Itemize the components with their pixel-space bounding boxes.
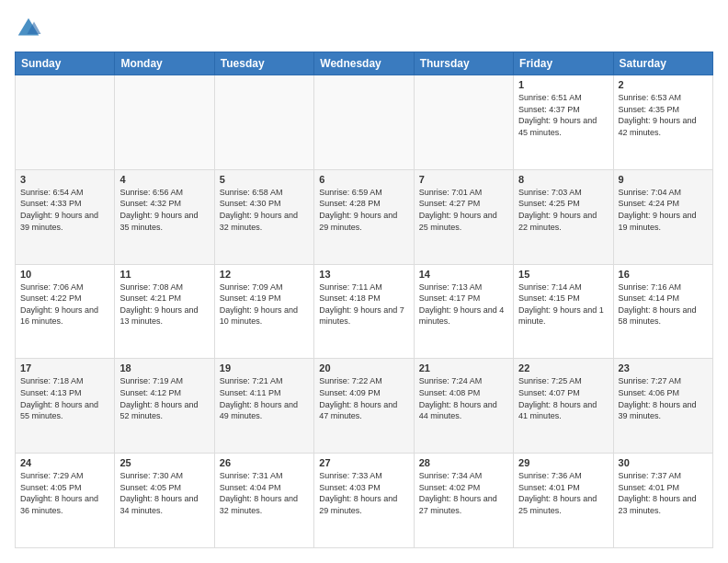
day-number: 16 (619, 269, 708, 280)
calendar-cell (314, 75, 414, 170)
calendar-cell: 2Sunrise: 6:53 AM Sunset: 4:35 PM Daylig… (613, 75, 712, 170)
day-number: 14 (419, 269, 508, 280)
calendar-cell: 25Sunrise: 7:30 AM Sunset: 4:05 PM Dayli… (115, 454, 214, 548)
calendar-cell: 20Sunrise: 7:22 AM Sunset: 4:09 PM Dayli… (314, 359, 414, 454)
day-number: 22 (518, 362, 608, 373)
calendar-cell: 11Sunrise: 7:08 AM Sunset: 4:21 PM Dayli… (115, 264, 214, 359)
day-number: 15 (518, 269, 608, 280)
calendar-cell: 1Sunrise: 6:51 AM Sunset: 4:37 PM Daylig… (514, 75, 613, 170)
logo-icon (15, 15, 42, 42)
day-info: Sunrise: 7:11 AM Sunset: 4:18 PM Dayligh… (319, 282, 408, 327)
day-number: 26 (220, 457, 309, 468)
calendar-week-row: 3Sunrise: 6:54 AM Sunset: 4:33 PM Daylig… (16, 169, 713, 264)
calendar-cell: 5Sunrise: 6:58 AM Sunset: 4:30 PM Daylig… (214, 169, 313, 264)
calendar-cell: 13Sunrise: 7:11 AM Sunset: 4:18 PM Dayli… (314, 264, 414, 359)
day-info: Sunrise: 6:53 AM Sunset: 4:35 PM Dayligh… (619, 92, 708, 138)
calendar-day-header: Sunday (16, 52, 115, 75)
calendar-cell: 17Sunrise: 7:18 AM Sunset: 4:13 PM Dayli… (16, 359, 115, 454)
day-number: 11 (119, 269, 209, 280)
calendar-cell: 8Sunrise: 7:03 AM Sunset: 4:25 PM Daylig… (514, 169, 613, 264)
calendar-week-row: 10Sunrise: 7:06 AM Sunset: 4:22 PM Dayli… (16, 264, 713, 359)
day-number: 18 (119, 362, 209, 373)
day-number: 24 (20, 457, 109, 468)
day-info: Sunrise: 7:36 AM Sunset: 4:01 PM Dayligh… (518, 470, 608, 516)
calendar-cell: 21Sunrise: 7:24 AM Sunset: 4:08 PM Dayli… (414, 359, 513, 454)
day-number: 10 (20, 269, 109, 280)
day-number: 27 (319, 457, 408, 468)
calendar-day-header: Wednesday (314, 52, 414, 75)
day-number: 3 (20, 174, 109, 185)
day-info: Sunrise: 6:54 AM Sunset: 4:33 PM Dayligh… (20, 187, 109, 233)
calendar-cell: 24Sunrise: 7:29 AM Sunset: 4:05 PM Dayli… (16, 454, 115, 548)
day-info: Sunrise: 6:51 AM Sunset: 4:37 PM Dayligh… (518, 92, 608, 138)
day-number: 28 (419, 457, 508, 468)
day-info: Sunrise: 7:29 AM Sunset: 4:05 PM Dayligh… (20, 470, 109, 516)
calendar-table: SundayMondayTuesdayWednesdayThursdayFrid… (15, 52, 713, 548)
calendar-cell: 14Sunrise: 7:13 AM Sunset: 4:17 PM Dayli… (414, 264, 513, 359)
day-number: 23 (619, 362, 708, 373)
day-info: Sunrise: 7:06 AM Sunset: 4:22 PM Dayligh… (20, 282, 109, 327)
day-info: Sunrise: 7:03 AM Sunset: 4:25 PM Dayligh… (518, 187, 608, 233)
page: SundayMondayTuesdayWednesdayThursdayFrid… (0, 0, 728, 563)
day-number: 20 (319, 362, 408, 373)
day-info: Sunrise: 7:30 AM Sunset: 4:05 PM Dayligh… (119, 470, 209, 516)
calendar-cell: 15Sunrise: 7:14 AM Sunset: 4:15 PM Dayli… (514, 264, 613, 359)
calendar-cell: 7Sunrise: 7:01 AM Sunset: 4:27 PM Daylig… (414, 169, 513, 264)
day-number: 19 (220, 362, 309, 373)
calendar-cell: 30Sunrise: 7:37 AM Sunset: 4:01 PM Dayli… (613, 454, 712, 548)
calendar-cell: 6Sunrise: 6:59 AM Sunset: 4:28 PM Daylig… (314, 169, 414, 264)
calendar-week-row: 1Sunrise: 6:51 AM Sunset: 4:37 PM Daylig… (16, 75, 713, 170)
calendar-cell: 18Sunrise: 7:19 AM Sunset: 4:12 PM Dayli… (115, 359, 214, 454)
day-info: Sunrise: 7:13 AM Sunset: 4:17 PM Dayligh… (419, 282, 508, 327)
calendar-cell: 10Sunrise: 7:06 AM Sunset: 4:22 PM Dayli… (16, 264, 115, 359)
day-info: Sunrise: 7:25 AM Sunset: 4:07 PM Dayligh… (518, 375, 608, 421)
day-number: 1 (518, 79, 608, 90)
day-number: 4 (119, 174, 209, 185)
day-info: Sunrise: 7:18 AM Sunset: 4:13 PM Dayligh… (20, 375, 109, 421)
calendar-day-header: Monday (115, 52, 214, 75)
day-info: Sunrise: 7:31 AM Sunset: 4:04 PM Dayligh… (220, 470, 309, 516)
header (15, 15, 713, 42)
calendar-cell: 4Sunrise: 6:56 AM Sunset: 4:32 PM Daylig… (115, 169, 214, 264)
calendar-cell: 27Sunrise: 7:33 AM Sunset: 4:03 PM Dayli… (314, 454, 414, 548)
day-info: Sunrise: 7:22 AM Sunset: 4:09 PM Dayligh… (319, 375, 408, 421)
day-number: 6 (319, 174, 408, 185)
calendar-cell: 26Sunrise: 7:31 AM Sunset: 4:04 PM Dayli… (214, 454, 313, 548)
day-number: 12 (220, 269, 309, 280)
day-number: 30 (619, 457, 708, 468)
calendar-cell: 16Sunrise: 7:16 AM Sunset: 4:14 PM Dayli… (613, 264, 712, 359)
calendar-cell: 3Sunrise: 6:54 AM Sunset: 4:33 PM Daylig… (16, 169, 115, 264)
calendar-cell: 28Sunrise: 7:34 AM Sunset: 4:02 PM Dayli… (414, 454, 513, 548)
day-number: 7 (419, 174, 508, 185)
day-info: Sunrise: 7:09 AM Sunset: 4:19 PM Dayligh… (220, 282, 309, 327)
day-info: Sunrise: 7:19 AM Sunset: 4:12 PM Dayligh… (119, 375, 209, 421)
calendar-cell: 29Sunrise: 7:36 AM Sunset: 4:01 PM Dayli… (514, 454, 613, 548)
calendar-day-header: Saturday (613, 52, 712, 75)
day-info: Sunrise: 7:14 AM Sunset: 4:15 PM Dayligh… (518, 282, 608, 327)
calendar-cell (214, 75, 313, 170)
calendar-day-header: Tuesday (214, 52, 313, 75)
day-number: 9 (619, 174, 708, 185)
calendar-cell (115, 75, 214, 170)
day-info: Sunrise: 7:37 AM Sunset: 4:01 PM Dayligh… (619, 470, 708, 516)
day-info: Sunrise: 7:33 AM Sunset: 4:03 PM Dayligh… (319, 470, 408, 516)
day-number: 21 (419, 362, 508, 373)
day-number: 25 (119, 457, 209, 468)
day-info: Sunrise: 7:27 AM Sunset: 4:06 PM Dayligh… (619, 375, 708, 421)
day-info: Sunrise: 7:21 AM Sunset: 4:11 PM Dayligh… (220, 375, 309, 421)
calendar-cell: 23Sunrise: 7:27 AM Sunset: 4:06 PM Dayli… (613, 359, 712, 454)
calendar-day-header: Thursday (414, 52, 513, 75)
calendar-day-header: Friday (514, 52, 613, 75)
day-info: Sunrise: 7:04 AM Sunset: 4:24 PM Dayligh… (619, 187, 708, 233)
day-info: Sunrise: 7:24 AM Sunset: 4:08 PM Dayligh… (419, 375, 508, 421)
day-number: 8 (518, 174, 608, 185)
day-number: 29 (518, 457, 608, 468)
day-info: Sunrise: 7:01 AM Sunset: 4:27 PM Dayligh… (419, 187, 508, 233)
day-number: 5 (220, 174, 309, 185)
calendar-cell: 12Sunrise: 7:09 AM Sunset: 4:19 PM Dayli… (214, 264, 313, 359)
logo (15, 15, 46, 42)
calendar-week-row: 17Sunrise: 7:18 AM Sunset: 4:13 PM Dayli… (16, 359, 713, 454)
calendar-cell (16, 75, 115, 170)
day-info: Sunrise: 6:59 AM Sunset: 4:28 PM Dayligh… (319, 187, 408, 233)
day-info: Sunrise: 7:16 AM Sunset: 4:14 PM Dayligh… (619, 282, 708, 327)
